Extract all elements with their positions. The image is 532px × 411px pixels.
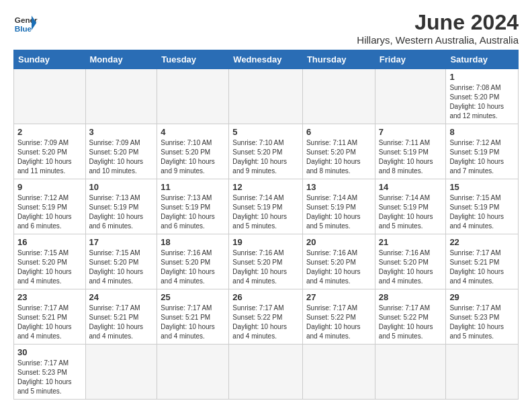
calendar-cell: 26Sunrise: 7:17 AM Sunset: 5:22 PM Dayli… [229,289,303,345]
calendar-cell: 29Sunrise: 7:17 AM Sunset: 5:23 PM Dayli… [446,289,519,345]
day-header-thursday: Thursday [302,50,375,69]
svg-text:Blue: Blue [15,24,32,33]
day-info: Sunrise: 7:17 AM Sunset: 5:23 PM Dayligh… [449,304,515,341]
calendar-cell [85,345,157,400]
day-info: Sunrise: 7:09 AM Sunset: 5:20 PM Dayligh… [17,138,82,176]
day-number: 13 [306,182,371,192]
calendar-cell [157,345,229,400]
day-number: 10 [89,182,154,192]
calendar-cell: 18Sunrise: 7:16 AM Sunset: 5:20 PM Dayli… [157,234,229,289]
day-info: Sunrise: 7:14 AM Sunset: 5:19 PM Dayligh… [306,193,371,231]
calendar-cell: 9Sunrise: 7:12 AM Sunset: 5:19 PM Daylig… [14,179,86,234]
calendar-cell: 30Sunrise: 7:17 AM Sunset: 5:23 PM Dayli… [14,345,86,400]
week-row-2: 9Sunrise: 7:12 AM Sunset: 5:19 PM Daylig… [14,179,519,234]
day-number: 7 [379,127,443,137]
logo: General Blue [13,11,38,35]
calendar-cell [157,69,229,124]
day-info: Sunrise: 7:15 AM Sunset: 5:19 PM Dayligh… [449,193,515,231]
day-info: Sunrise: 7:10 AM Sunset: 5:20 PM Dayligh… [232,138,299,176]
day-number: 20 [306,237,371,247]
calendar-cell: 11Sunrise: 7:13 AM Sunset: 5:19 PM Dayli… [157,179,229,234]
calendar-cell [446,345,519,400]
day-number: 8 [449,127,515,137]
day-header-saturday: Saturday [446,50,519,69]
calendar-cell [85,69,157,124]
calendar-cell: 17Sunrise: 7:15 AM Sunset: 5:20 PM Dayli… [85,234,157,289]
day-info: Sunrise: 7:12 AM Sunset: 5:19 PM Dayligh… [449,138,515,176]
day-headers-row: SundayMondayTuesdayWednesdayThursdayFrid… [14,50,519,69]
week-row-3: 16Sunrise: 7:15 AM Sunset: 5:20 PM Dayli… [14,234,519,289]
day-number: 26 [232,292,299,302]
calendar-cell: 8Sunrise: 7:12 AM Sunset: 5:19 PM Daylig… [446,124,519,179]
day-info: Sunrise: 7:17 AM Sunset: 5:21 PM Dayligh… [161,304,225,341]
day-info: Sunrise: 7:11 AM Sunset: 5:20 PM Dayligh… [306,138,371,176]
day-number: 27 [306,292,371,302]
day-number: 14 [379,182,443,192]
header: General Blue June 2024 Hillarys, Western… [13,11,519,46]
calendar-cell [229,345,303,400]
day-number: 6 [306,127,371,137]
day-number: 23 [17,292,82,302]
calendar-cell: 28Sunrise: 7:17 AM Sunset: 5:22 PM Dayli… [375,289,446,345]
day-info: Sunrise: 7:17 AM Sunset: 5:23 PM Dayligh… [17,359,82,396]
week-row-1: 2Sunrise: 7:09 AM Sunset: 5:20 PM Daylig… [14,124,519,179]
calendar-cell: 2Sunrise: 7:09 AM Sunset: 5:20 PM Daylig… [14,124,86,179]
day-info: Sunrise: 7:14 AM Sunset: 5:19 PM Dayligh… [232,193,299,231]
calendar-cell: 6Sunrise: 7:11 AM Sunset: 5:20 PM Daylig… [302,124,375,179]
day-info: Sunrise: 7:16 AM Sunset: 5:20 PM Dayligh… [161,248,225,286]
calendar-cell: 3Sunrise: 7:09 AM Sunset: 5:20 PM Daylig… [85,124,157,179]
day-info: Sunrise: 7:16 AM Sunset: 5:20 PM Dayligh… [232,248,299,286]
calendar-cell: 5Sunrise: 7:10 AM Sunset: 5:20 PM Daylig… [229,124,303,179]
calendar-table: SundayMondayTuesdayWednesdayThursdayFrid… [13,50,519,400]
day-info: Sunrise: 7:13 AM Sunset: 5:19 PM Dayligh… [89,193,154,231]
calendar-cell [302,69,375,124]
calendar-cell: 24Sunrise: 7:17 AM Sunset: 5:21 PM Dayli… [85,289,157,345]
day-header-monday: Monday [85,50,157,69]
day-number: 4 [161,127,225,137]
day-info: Sunrise: 7:17 AM Sunset: 5:21 PM Dayligh… [17,304,82,341]
calendar-cell: 13Sunrise: 7:14 AM Sunset: 5:19 PM Dayli… [302,179,375,234]
day-header-friday: Friday [375,50,446,69]
day-header-tuesday: Tuesday [157,50,229,69]
day-header-wednesday: Wednesday [229,50,303,69]
day-number: 9 [17,182,82,192]
calendar-cell [375,69,446,124]
day-number: 1 [449,72,515,82]
calendar-cell: 15Sunrise: 7:15 AM Sunset: 5:19 PM Dayli… [446,179,519,234]
calendar-cell: 25Sunrise: 7:17 AM Sunset: 5:21 PM Dayli… [157,289,229,345]
calendar-cell: 10Sunrise: 7:13 AM Sunset: 5:19 PM Dayli… [85,179,157,234]
location-title: Hillarys, Western Australia, Australia [357,34,519,46]
day-info: Sunrise: 7:10 AM Sunset: 5:20 PM Dayligh… [161,138,225,176]
day-info: Sunrise: 7:17 AM Sunset: 5:21 PM Dayligh… [89,304,154,341]
day-number: 15 [449,182,515,192]
day-info: Sunrise: 7:16 AM Sunset: 5:20 PM Dayligh… [379,248,443,286]
day-info: Sunrise: 7:17 AM Sunset: 5:21 PM Dayligh… [449,248,515,286]
day-number: 18 [161,237,225,247]
day-number: 25 [161,292,225,302]
day-info: Sunrise: 7:17 AM Sunset: 5:22 PM Dayligh… [379,304,443,341]
week-row-4: 23Sunrise: 7:17 AM Sunset: 5:21 PM Dayli… [14,289,519,345]
calendar-cell: 12Sunrise: 7:14 AM Sunset: 5:19 PM Dayli… [229,179,303,234]
day-info: Sunrise: 7:13 AM Sunset: 5:19 PM Dayligh… [161,193,225,231]
day-info: Sunrise: 7:14 AM Sunset: 5:19 PM Dayligh… [379,193,443,231]
day-number: 21 [379,237,443,247]
logo-icon: General Blue [13,11,38,35]
day-number: 22 [449,237,515,247]
month-title: June 2024 [357,11,519,34]
day-info: Sunrise: 7:17 AM Sunset: 5:22 PM Dayligh… [306,304,371,341]
calendar-cell: 21Sunrise: 7:16 AM Sunset: 5:20 PM Dayli… [375,234,446,289]
calendar-cell: 20Sunrise: 7:16 AM Sunset: 5:20 PM Dayli… [302,234,375,289]
calendar-cell [375,345,446,400]
day-number: 3 [89,127,154,137]
day-info: Sunrise: 7:08 AM Sunset: 5:20 PM Dayligh… [449,83,515,121]
day-info: Sunrise: 7:16 AM Sunset: 5:20 PM Dayligh… [306,248,371,286]
day-number: 2 [17,127,82,137]
day-info: Sunrise: 7:15 AM Sunset: 5:20 PM Dayligh… [89,248,154,286]
day-number: 29 [449,292,515,302]
day-info: Sunrise: 7:11 AM Sunset: 5:19 PM Dayligh… [379,138,443,176]
day-number: 19 [232,237,299,247]
calendar-cell: 19Sunrise: 7:16 AM Sunset: 5:20 PM Dayli… [229,234,303,289]
calendar-cell: 22Sunrise: 7:17 AM Sunset: 5:21 PM Dayli… [446,234,519,289]
day-number: 24 [89,292,154,302]
calendar-cell: 1Sunrise: 7:08 AM Sunset: 5:20 PM Daylig… [446,69,519,124]
